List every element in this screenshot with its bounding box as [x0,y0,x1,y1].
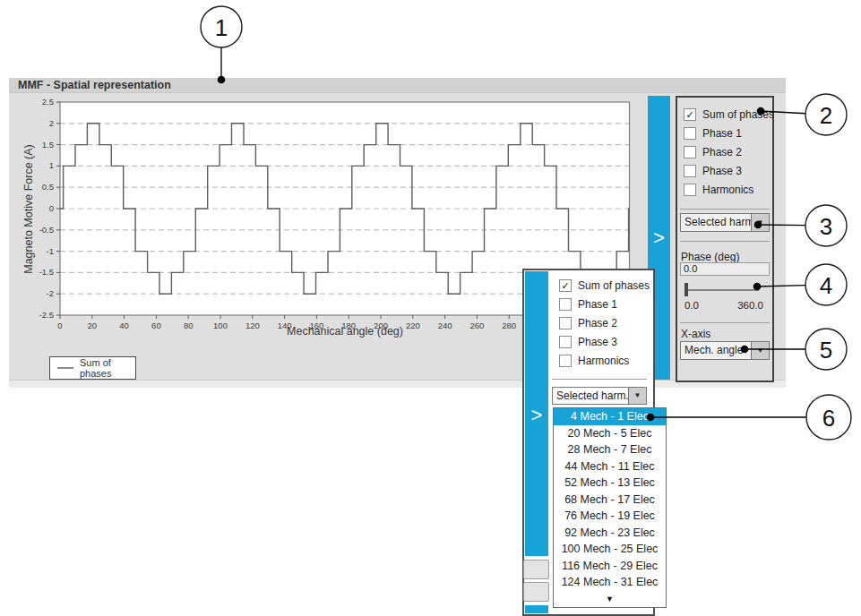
callout-circle [805,205,847,246]
legend-label: Sum of phases [80,357,135,379]
x-axis-dropdown[interactable]: Mech. angle ▼ [680,341,770,360]
separator [680,241,770,242]
checkbox-row: Harmonics [684,180,779,199]
checkbox-label: Sum of phases [702,108,774,121]
background-panel-fragment [523,582,549,602]
harmonic-option[interactable]: 116 Mech - 29 Elec [554,558,666,575]
phase-slider-track[interactable] [684,289,759,291]
dropdown-button[interactable]: ▼ [751,342,769,359]
figure-canvas: MMF - Spatial representation 02040608010… [0,0,861,616]
checkbox-unchecked-icon[interactable] [559,298,572,311]
callout-number: 1 [215,14,228,41]
x-axis-value: Mech. angle [681,342,751,359]
checkbox-row: Phase 1 [559,295,653,313]
callout-6: 6 [647,395,851,440]
background-expander-fragment [525,605,548,613]
list-scroll-down[interactable]: ▼ [554,591,666,608]
checkbox-checked-icon[interactable]: ✓ [684,108,696,121]
checkbox-label: Phase 3 [702,165,742,177]
checkbox-checked-icon[interactable]: ✓ [559,279,572,292]
separator [552,379,647,380]
selected-harmonic-dropdown[interactable]: Selected harm. ▼ [552,387,647,405]
harmonic-option[interactable]: 4 Mech - 1 Elec [554,408,666,425]
checkbox-row: Phase 2 [684,142,779,161]
checkbox-unchecked-icon[interactable] [684,165,696,177]
checkbox-unchecked-icon[interactable] [559,336,572,348]
checkbox-row: Phase 3 [559,332,653,351]
callout-circle [805,264,847,305]
window-title: MMF - Spatial representation [9,78,786,92]
checkbox-label: Harmonics [702,184,753,196]
checkbox-label: Phase 2 [578,317,617,329]
dropdown-arrow-icon: ▼ [757,219,764,227]
harmonic-option[interactable]: 20 Mech - 5 Elec [554,425,666,442]
checkbox-label: Phase 1 [578,298,617,311]
harmonic-option[interactable]: 124 Mech - 31 Elec [554,574,666,591]
harmonic-option[interactable]: 52 Mech - 13 Elec [554,475,666,492]
harmonic-option[interactable]: 28 Mech - 7 Elec [554,441,666,458]
checkbox-row: Phase 3 [684,161,779,180]
checkbox-label: Phase 3 [578,336,617,348]
callout-circle [201,6,242,47]
callout-circle [806,395,851,440]
separator [680,209,770,210]
checkbox-unchecked-icon[interactable] [559,317,572,329]
harmonic-option[interactable]: 76 Mech - 19 Elec [554,508,666,525]
slider-min-label: 0.0 [684,300,699,311]
phase-value-field[interactable]: 0.0 [680,262,770,276]
checkbox-row: ✓Sum of phases [684,105,779,124]
checkbox-unchecked-icon[interactable] [684,146,696,158]
plot-control-panel: ✓Sum of phasesPhase 1Phase 2Phase 3Harmo… [676,96,774,382]
checkbox-unchecked-icon[interactable] [559,355,572,367]
x-axis-label: Mechanical angle (deg) [228,325,461,338]
callout-circle [805,329,847,370]
separator [680,322,770,323]
chevron-right-icon: > [525,406,548,425]
selected-harmonic-value: Selected harm. [681,214,751,231]
chart-legend: Sum of phases [49,356,136,380]
scroll-down-icon: ▼ [606,595,614,603]
checkbox-unchecked-icon[interactable] [684,184,696,196]
harmonic-option[interactable]: 44 Mech - 11 Elec [554,458,666,475]
callout-1: 1 [201,6,242,83]
background-panel-fragment [523,560,549,579]
harmonic-popup-panel: > ✓Sum of phasesPhase 1Phase 2Phase 3Har… [522,269,655,616]
callout-number: 6 [822,405,835,432]
callout-number: 2 [820,102,832,129]
window-titlebar: MMF - Spatial representation [9,78,786,93]
callout-circle [805,94,847,135]
legend-line-icon [57,367,73,369]
dropdown-button[interactable]: ▼ [751,214,769,231]
checkbox-row: ✓Sum of phases [559,276,653,295]
checkbox-label: Harmonics [578,355,629,367]
harmonic-option[interactable]: 68 Mech - 17 Elec [554,492,666,509]
checkbox-label: Phase 1 [702,127,742,140]
y-axis-label: Magneto Motive Force (A) [22,102,36,317]
selected-harmonic-dropdown[interactable]: Selected harm. ▼ [680,213,770,232]
dropdown-arrow-icon: ▼ [634,392,641,399]
checkbox-row: Harmonics [559,351,653,370]
popup-expander-bar[interactable]: > [525,271,548,556]
harmonic-dropdown-list: 4 Mech - 1 Elec20 Mech - 5 Elec28 Mech -… [553,407,667,608]
checkbox-unchecked-icon[interactable] [684,127,696,140]
checkbox-label: Sum of phases [578,279,650,292]
callout-number: 3 [820,213,832,240]
slider-max-label: 360.0 [737,300,763,311]
phase-slider-handle[interactable] [684,283,688,296]
phase-checkbox-group: ✓Sum of phasesPhase 1Phase 2Phase 3Harmo… [549,276,653,370]
callout-number: 5 [820,337,832,364]
harmonic-option[interactable]: 100 Mech - 25 Elec [554,541,666,558]
phase-checkbox-group: ✓Sum of phasesPhase 1Phase 2Phase 3Harmo… [677,105,779,199]
checkbox-row: Phase 1 [684,124,779,142]
checkbox-row: Phase 2 [559,313,653,332]
callout-number: 4 [820,272,832,299]
chevron-right-icon: > [648,228,670,248]
checkbox-label: Phase 2 [702,146,742,158]
dropdown-button[interactable]: ▼ [628,388,646,404]
window-bottom-strip [9,380,786,388]
harmonic-option[interactable]: 92 Mech - 23 Elec [554,525,666,542]
selected-harmonic-value: Selected harm. [553,388,628,404]
dropdown-arrow-icon: ▼ [757,347,764,355]
x-axis-select-label: X-axis [681,328,710,340]
phase-deg-label: Phase (deg) [681,251,739,263]
